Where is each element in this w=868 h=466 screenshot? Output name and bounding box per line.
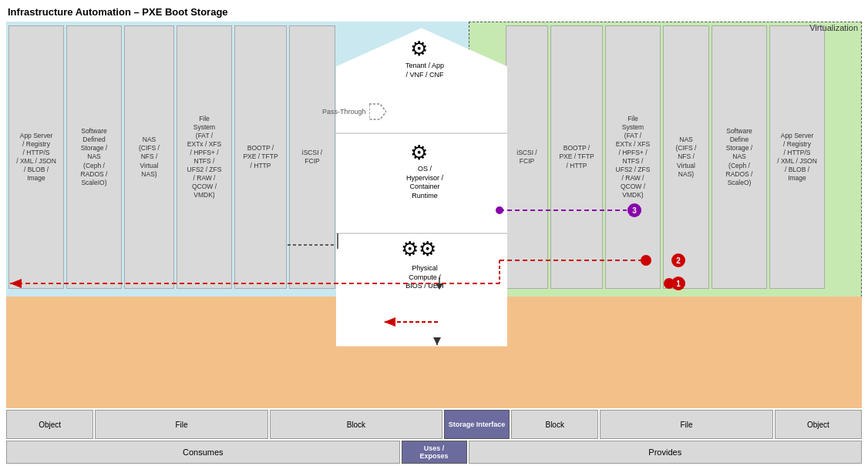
virt-label: Virtualization bbox=[809, 23, 858, 32]
filesystem-right-col: File System (FAT / EXTx / XFS / HPFS+ / … bbox=[605, 25, 661, 289]
svg-marker-26 bbox=[436, 283, 443, 290]
pass-through-label: Pass-Through bbox=[322, 108, 366, 116]
footer-row1: Object File Block Storage Interface Bloc… bbox=[6, 410, 862, 439]
app-server-right-col: App Server / Registry / HTTP/S / XML / J… bbox=[769, 25, 825, 289]
svg-marker-4 bbox=[369, 104, 386, 119]
pass-through-area: Pass-Through bbox=[322, 102, 386, 121]
pass-through-arrow bbox=[369, 102, 386, 121]
footer-consumes: Consumes bbox=[6, 441, 400, 464]
footer-provides: Provides bbox=[469, 441, 863, 464]
down-arrow bbox=[434, 277, 445, 291]
sds-right-col: Software Define Storage / NAS (Ceph / RA… bbox=[712, 25, 767, 289]
footer-row2: Consumes Uses / Exposes Provides bbox=[6, 441, 862, 464]
nas-right-col: NAS (CIFS / NFS / Virtual NAS) bbox=[663, 25, 709, 289]
bootp-right-col: BOOTP / PXE / TFTP / HTTP bbox=[550, 25, 603, 289]
footer-object-left: Object bbox=[6, 410, 93, 439]
page: { "title": "Infrastructure Automation – … bbox=[0, 0, 868, 466]
footer: Object File Block Storage Interface Bloc… bbox=[6, 410, 862, 466]
nas-left: NAS (CIFS / NFS / Virtual NAS) bbox=[124, 25, 174, 289]
orange-bg-left bbox=[6, 297, 469, 408]
footer-uses-exposes: Uses / Exposes bbox=[402, 441, 467, 464]
filesystem-left: File System (FAT / EXTx / XFS / HPFS+ / … bbox=[177, 25, 232, 289]
footer-block-left: Block bbox=[270, 410, 442, 439]
nvme-box: NVMe bbox=[339, 274, 387, 287]
sds-left: Software Defined Storage / NAS (Ceph / R… bbox=[66, 25, 122, 289]
diagram: Virtualization App Server / Registry / H… bbox=[6, 22, 862, 408]
pcie-box: PCIe / HBA / RAID / Direct / SAN / NAS bbox=[389, 243, 429, 281]
page-title: Infrastructure Automation – PXE Boot Sto… bbox=[8, 6, 228, 18]
orange-bg-right bbox=[469, 297, 862, 408]
footer-object-right: Object bbox=[775, 410, 862, 439]
sas-sata-box: SAS/SATA bbox=[339, 260, 387, 272]
app-server-left: App Server / Registry / HTTP/S / XML / J… bbox=[8, 25, 64, 289]
fc-al-box: FC-AL bbox=[339, 245, 387, 257]
footer-storage-interface: Storage Interface bbox=[444, 410, 510, 439]
mini-boxes: FC-AL SAS/SATA NVMe bbox=[339, 245, 387, 287]
footer-block-right: Block bbox=[511, 410, 598, 439]
iscsi-right-col: iSCSI / FCIP bbox=[506, 25, 548, 289]
iscsi-left-col: iSCSI / FCIP bbox=[289, 25, 335, 289]
bootp-left: BOOTP / PXE / TFTP / HTTP bbox=[234, 25, 287, 289]
footer-file-left: File bbox=[95, 410, 267, 439]
footer-file-right: File bbox=[600, 410, 772, 439]
